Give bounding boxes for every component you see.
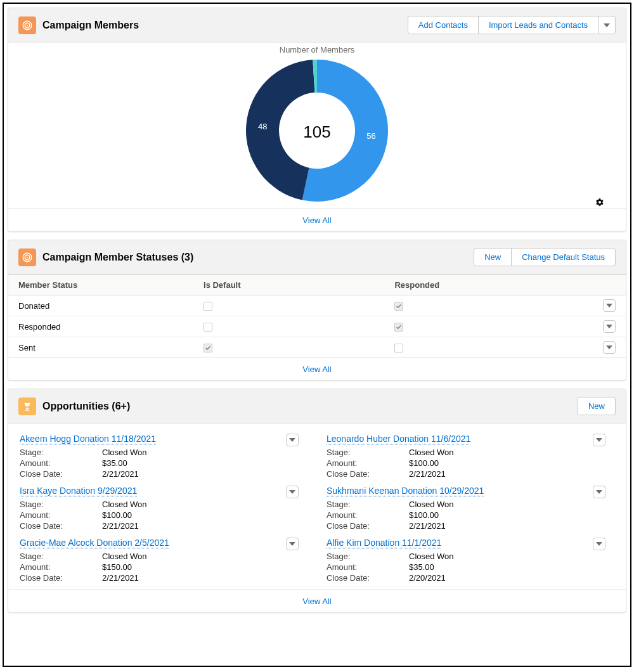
opportunity-menu-button[interactable] (286, 538, 299, 550)
col-member-status: Member Status (18, 280, 204, 290)
add-contacts-button[interactable]: Add Contacts (408, 16, 479, 34)
campaign-members-panel: Campaign Members Add Contacts Import Lea… (8, 8, 626, 232)
opportunity-menu-button[interactable] (593, 434, 605, 446)
statuses-table-header: Member Status Is Default Responded (8, 275, 626, 295)
stage-value: Closed Won (409, 500, 454, 509)
checkbox (394, 302, 403, 311)
amount-value: $100.00 (102, 510, 132, 520)
campaign-members-menu-button[interactable] (598, 16, 616, 34)
stage-label: Stage: (20, 552, 102, 561)
responded-cell (394, 321, 590, 332)
statuses-view-all[interactable]: View All (302, 365, 331, 374)
stage-value: Closed Won (102, 448, 147, 457)
stage-label: Stage: (20, 448, 102, 457)
opportunity-card: Gracie-Mae Alcock Donation 2/5/2021Stage… (20, 538, 307, 583)
opportunities-title: Opportunities (6+) (42, 401, 130, 412)
amount-value: $35.00 (102, 458, 127, 468)
new-status-button[interactable]: New (474, 248, 512, 266)
checkbox (394, 344, 403, 352)
chevron-down-icon (596, 542, 602, 546)
change-default-status-button[interactable]: Change Default Status (511, 248, 616, 266)
statuses-header: Campaign Member Statuses (3) New Change … (8, 240, 626, 275)
amount-label: Amount: (20, 458, 102, 468)
opportunity-link[interactable]: Sukhmani Keenan Donation 10/29/2021 (327, 486, 484, 496)
amount-label: Amount: (327, 562, 409, 572)
import-leads-button[interactable]: Import Leads and Contacts (478, 16, 598, 34)
opportunities-body: Akeem Hogg Donation 11/18/2021Stage:Clos… (8, 423, 626, 590)
row-menu-button[interactable] (603, 341, 616, 354)
statuses-table-body: DonatedRespondedSent (8, 295, 626, 358)
row-menu-button[interactable] (603, 320, 616, 333)
donut-label: 48 (258, 122, 267, 131)
chevron-down-icon (289, 490, 295, 494)
amount-label: Amount: (20, 562, 102, 572)
opportunity-card: Isra Kaye Donation 9/29/2021Stage:Closed… (20, 486, 307, 531)
statuses-title: Campaign Member Statuses (3) (42, 252, 193, 263)
checkbox (204, 344, 212, 352)
chart-settings-button[interactable] (595, 198, 604, 209)
stage-value: Closed Won (102, 552, 147, 561)
close-date-label: Close Date: (20, 469, 102, 479)
chevron-down-icon (596, 490, 602, 494)
chevron-down-icon (604, 23, 610, 27)
stage-value: Closed Won (102, 500, 147, 509)
campaign-members-header: Campaign Members Add Contacts Import Lea… (8, 8, 626, 42)
row-menu-button[interactable] (603, 299, 616, 312)
opportunities-footer: View All (8, 590, 626, 612)
checkbox (204, 302, 212, 311)
opportunity-menu-button[interactable] (286, 434, 299, 446)
chart-title: Number of Members (8, 45, 626, 55)
amount-value: $100.00 (409, 458, 439, 468)
stage-label: Stage: (327, 448, 409, 457)
campaign-icon (18, 16, 36, 34)
opportunities-header: Opportunities (6+) New (8, 389, 626, 423)
campaign-members-view-all[interactable]: View All (302, 216, 331, 225)
col-responded: Responded (394, 280, 590, 290)
opportunity-card: Sukhmani Keenan Donation 10/29/2021Stage… (327, 486, 614, 531)
amount-value: $35.00 (409, 562, 434, 572)
opportunities-view-all[interactable]: View All (302, 597, 331, 606)
stage-label: Stage: (20, 500, 102, 509)
opportunity-link[interactable]: Isra Kaye Donation 9/29/2021 (20, 486, 137, 496)
opportunity-link[interactable]: Alfie Kim Donation 11/1/2021 (327, 538, 441, 548)
amount-label: Amount: (20, 510, 102, 520)
donut-chart: Number of Members 5648 105 (8, 42, 626, 209)
opportunity-menu-button[interactable] (286, 486, 299, 498)
stage-label: Stage: (327, 500, 409, 509)
responded-cell (394, 300, 590, 311)
close-date-label: Close Date: (20, 573, 102, 583)
opportunity-card: Alfie Kim Donation 11/1/2021Stage:Closed… (327, 538, 614, 583)
status-cell: Donated (18, 301, 204, 311)
opportunity-link[interactable]: Akeem Hogg Donation 11/18/2021 (20, 434, 156, 444)
col-is-default: Is Default (204, 280, 394, 290)
close-date-value: 2/21/2021 (409, 521, 446, 531)
close-date-value: 2/21/2021 (102, 469, 139, 479)
table-row: Sent (8, 337, 626, 358)
close-date-value: 2/21/2021 (102, 573, 139, 583)
close-date-label: Close Date: (327, 573, 409, 583)
status-cell: Sent (18, 343, 204, 352)
opportunity-link[interactable]: Gracie-Mae Alcock Donation 2/5/2021 (20, 538, 169, 548)
svg-point-2 (27, 24, 28, 25)
opportunity-menu-button[interactable] (593, 538, 605, 550)
close-date-label: Close Date: (327, 469, 409, 479)
status-cell: Responded (18, 322, 204, 332)
chevron-down-icon (606, 304, 612, 307)
close-date-label: Close Date: (327, 521, 409, 531)
close-date-label: Close Date: (20, 521, 102, 531)
new-opportunity-button[interactable]: New (578, 397, 616, 415)
opportunity-menu-button[interactable] (593, 486, 605, 498)
close-date-value: 2/21/2021 (409, 469, 446, 479)
opportunity-card: Leonardo Huber Donation 11/6/2021Stage:C… (327, 434, 614, 479)
is-default-cell (204, 342, 394, 352)
chevron-down-icon (289, 438, 295, 442)
stage-value: Closed Won (409, 448, 454, 457)
amount-value: $100.00 (409, 510, 439, 520)
opportunity-link[interactable]: Leonardo Huber Donation 11/6/2021 (327, 434, 470, 444)
amount-label: Amount: (327, 510, 409, 520)
chevron-down-icon (289, 542, 295, 546)
donut-total: 105 (303, 122, 330, 141)
campaign-icon (18, 249, 36, 266)
is-default-cell (204, 300, 394, 311)
chevron-down-icon (606, 346, 612, 349)
